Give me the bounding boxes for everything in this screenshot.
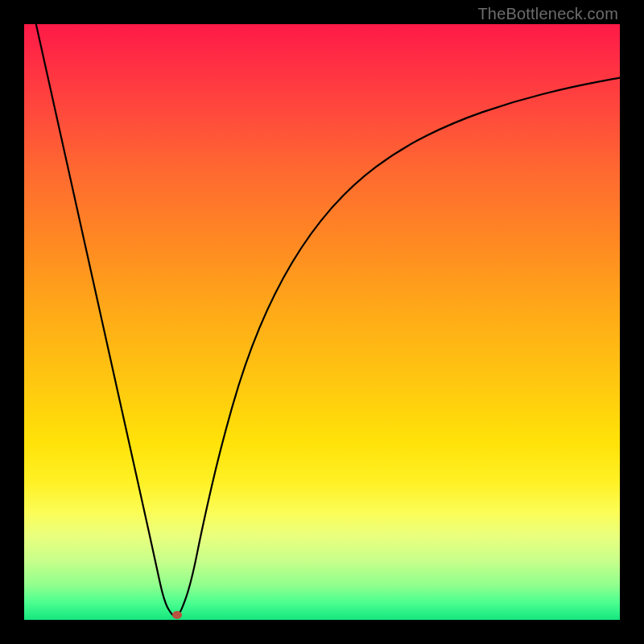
chart-frame: TheBottleneck.com (0, 0, 644, 644)
bottleneck-curve (24, 24, 620, 620)
watermark-text: TheBottleneck.com (477, 5, 618, 23)
plot-area (24, 24, 620, 620)
minimum-marker (172, 611, 182, 619)
